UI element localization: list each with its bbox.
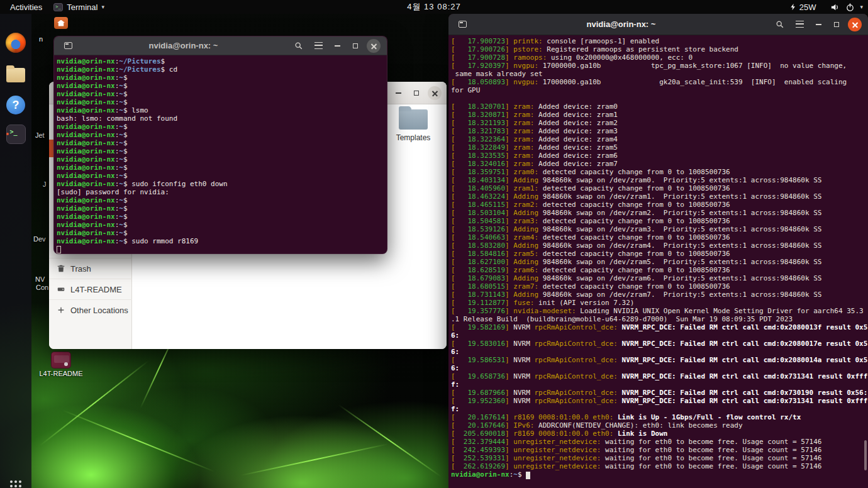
terminal-window-right: nvidia@orin-nx: ~ [ 17.900723] printk: c… [448,14,868,488]
maximize-icon [414,91,419,96]
desktop-icon-label-fragment[interactable]: Dev [33,235,46,243]
desktop-icon-label-fragment[interactable]: NV [35,275,45,283]
bolt-icon [788,2,798,12]
terminal-line: nvidia@orin-nx:~$ [57,172,387,180]
search-button[interactable] [291,38,306,53]
minimize-button[interactable] [330,39,344,53]
menu-button[interactable] [792,17,807,32]
terminal-line: [ 18.321783] zram: Added device: zram3 [451,127,868,135]
new-tab-icon [459,21,467,28]
terminal-line: 6: [451,364,868,372]
terminal-output[interactable]: nvidia@orin-nx:~/Pictures$ nvidia@orin-n… [54,55,387,253]
close-button[interactable] [367,39,381,53]
help-icon: ? [6,96,25,114]
terminal-line: [ 18.731143] Adding 984860k swap on /dev… [451,291,868,299]
power-mode-indicator[interactable]: 25W [788,2,816,12]
desktop-icon-label-fragment[interactable]: n [39,35,43,43]
terminal-line: nvidia@orin-nx:~$ [57,131,387,139]
terminal-line: same mask already set [451,70,868,78]
terminal-titlebar[interactable]: nvidia@orin-nx: ~ [54,36,387,55]
power-icon[interactable] [845,2,855,12]
terminal-line: nvidia@orin-nx:~/Pictures$ cd [57,65,387,74]
terminal-line: nvidia@orin-nx:~$ [57,82,387,90]
drive-icon [57,285,65,294]
app-menu[interactable]: >_ Terminal ▾ [53,3,104,12]
sidebar-item-label: Other Locations [70,306,128,315]
dock-item-help[interactable]: ? [5,94,26,116]
terminal-line: [ 18.321193] zram: Added device: zram2 [451,119,868,127]
terminal-line: [ 18.405960] zram1: detected capacity ch… [451,184,868,192]
terminal-line: [ 18.627100] Adding 984860k swap on /dev… [451,258,868,266]
terminal-line: nvidia@orin-nx:~$ [57,123,387,131]
window-title: nvidia@orin-nx: ~ [474,19,768,29]
maximize-button[interactable] [348,39,362,53]
terminal-line: [ 18.323535] zram: Added device: zram6 [451,152,868,160]
show-applications-button[interactable] [10,480,21,488]
minimize-button[interactable] [391,86,405,100]
terminal-line: nvidia@orin-nx:~$ [57,221,387,229]
dock-item-terminal[interactable]: >_ [5,123,26,145]
folder-label: Templates [396,133,431,142]
close-button[interactable] [848,18,862,31]
terminal-line: [ 205.690018] r8169 0008:01:00.0 eth0: L… [451,430,868,438]
clock[interactable]: 4월 13 08:27 [407,1,460,13]
desktop-icon-home[interactable] [54,17,68,29]
terminal-line: [ 20.167614] r8169 0008:01:00.0 eth0: Li… [451,413,868,421]
sidebar-item-l4t-readme[interactable]: L4T-README [49,279,132,299]
terminal-line: nvidia@orin-nx:~$ [57,155,387,164]
folder-item-templates[interactable]: Templates [391,109,435,142]
terminal-line: nvidia@orin-nx:~$ [57,196,387,204]
power-mode-label: 25W [799,3,816,12]
terminal-line: nvidia@orin-nx:~$ sudo ifconfig eth0 dow… [57,180,387,188]
maximize-button[interactable] [409,86,423,100]
chevron-down-icon[interactable]: ▾ [860,4,863,10]
terminal-output[interactable]: [ 17.900723] printk: console [ramoops-1]… [448,35,868,488]
terminal-line: nvidia@orin-nx:~$ [451,470,868,479]
dock-item-files[interactable] [5,64,26,86]
terminal-line: [ 18.680515] zram7: detected capacity ch… [451,282,868,291]
window-title: nvidia@orin-nx: ~ [80,41,287,50]
menu-button[interactable] [311,38,326,53]
speaker-icon[interactable] [830,2,840,12]
running-indicator [6,133,9,135]
terminal-line: [ 17.900726] pstore: Registered ramoops … [451,45,868,53]
terminal-line: [ 252.539331] unregister_netdevice: wait… [451,454,868,462]
sidebar-item-other-locations[interactable]: Other Locations [49,299,132,320]
scrollbar[interactable] [864,440,867,470]
terminal-window-left: nvidia@orin-nx: ~ nvidia@orin-nx:~/Pictu… [53,36,387,254]
terminal-line: 6: [451,331,868,340]
terminal-line: bash: lsmo: command not found [57,114,387,123]
terminal-line: [ 18.628519] zram6: detected capacity ch… [451,266,868,274]
new-tab-icon [64,42,72,49]
terminal-line: [ 18.050893] nvgpu: 17000000.ga10b gk20a… [451,78,868,86]
dock-item-firefox[interactable] [5,32,26,53]
terminal-line: [ 19.687966] NVRM rpcRmApiControl_dce: N… [451,389,868,397]
terminal-line: [ 18.463224] Adding 984860k swap on /dev… [451,192,868,201]
desktop-icon-label-fragment[interactable]: J [43,180,47,188]
activities-button[interactable]: Activities [8,3,45,12]
desktop-icon-label-fragment[interactable]: Jet [35,131,45,139]
sidebar-item-trash[interactable]: Trash [49,258,132,279]
app-menu-label: Terminal [67,3,97,12]
maximize-icon [353,43,358,48]
new-tab-button[interactable] [60,38,75,53]
new-tab-button[interactable] [455,17,470,32]
minimize-button[interactable] [811,18,825,31]
terminal-titlebar[interactable]: nvidia@orin-nx: ~ [448,14,868,35]
terminal-line: [ 18.320871] zram: Added device: zram1 [451,111,868,119]
terminal-line: [ 18.359751] zram0: detected capacity ch… [451,168,868,176]
terminal-line: nvidia@orin-nx:~$ sudo rmmod r8169 [57,237,387,245]
search-button[interactable] [772,17,787,32]
maximize-button[interactable] [830,18,843,31]
terminal-line: [ 18.465115] zram2: detected capacity ch… [451,201,868,209]
desktop-icon-l4t-readme[interactable] [51,352,71,369]
terminal-line: 6: [451,348,868,356]
close-button[interactable] [428,86,442,100]
wallpaper-wisp [240,443,388,476]
trash-icon [57,264,65,273]
terminal-line: [ 18.540663] zram4: detected capacity ch… [451,233,868,241]
desktop-icon-label[interactable]: L4T-README [38,370,84,377]
wallpaper-wisp [338,404,442,477]
terminal-line: nvidia@orin-nx:~$ [57,229,387,237]
desktop-icon-label-fragment[interactable]: Con [36,284,48,291]
